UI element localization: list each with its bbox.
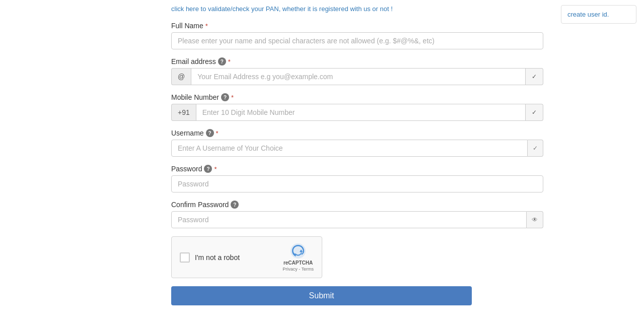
sidebar-box: create user id. (561, 5, 636, 24)
password-label: Password ? * (171, 165, 543, 173)
mobile-check-button[interactable]: ✓ (526, 104, 543, 121)
mobile-required: * (231, 94, 234, 101)
confirm-password-toggle-button[interactable]: 👁 (527, 211, 543, 228)
recaptcha-links-text: Privacy - Terms (282, 267, 314, 272)
captcha-group: I'm not a robot reCAPTCHA Privacy - Term… (171, 236, 543, 278)
password-group: Password ? * (171, 165, 543, 192)
confirm-password-label: Confirm Password ? (171, 201, 543, 209)
email-group: Email address ? * @ ✓ (171, 57, 543, 85)
captcha-container: I'm not a robot reCAPTCHA Privacy - Term… (171, 236, 322, 278)
pan-validate-link[interactable]: click here to validate/check your PAN, w… (171, 5, 543, 13)
email-btn-group: ✓ (526, 68, 543, 85)
mobile-help-icon[interactable]: ? (221, 93, 229, 101)
mobile-input[interactable] (196, 104, 526, 121)
confirm-password-input-group: 👁 (171, 211, 543, 228)
mobile-group: Mobile Number ? * +91 ✓ (171, 93, 543, 121)
username-group: Username ? * ✓ (171, 129, 543, 157)
recaptcha-logo-icon (290, 243, 306, 259)
mobile-input-group: +91 ✓ (171, 104, 543, 121)
submit-button[interactable]: Submit (171, 286, 472, 305)
sidebar: create user id. (553, 0, 644, 322)
email-help-icon[interactable]: ? (218, 57, 226, 66)
email-check-button[interactable]: ✓ (526, 68, 543, 85)
create-user-id-link[interactable]: create user id. (567, 11, 609, 18)
username-help-icon[interactable]: ? (206, 129, 214, 137)
email-input[interactable] (191, 68, 526, 85)
phone-prefix: +91 (171, 104, 196, 121)
full-name-input[interactable] (171, 32, 543, 49)
password-required: * (214, 165, 217, 173)
full-name-group: Full Name * (171, 22, 543, 49)
confirm-password-group: Confirm Password ? 👁 (171, 201, 543, 228)
password-help-icon[interactable]: ? (204, 165, 212, 173)
email-label: Email address ? * (171, 57, 543, 66)
captcha-checkbox[interactable] (180, 252, 190, 263)
full-name-required: * (205, 22, 208, 30)
username-input-group: ✓ (171, 140, 543, 157)
username-check-button[interactable]: ✓ (528, 140, 543, 157)
email-input-group: @ ✓ (171, 68, 543, 85)
confirm-password-input[interactable] (171, 211, 527, 228)
username-required: * (216, 130, 219, 137)
full-name-label: Full Name * (171, 22, 543, 30)
username-input[interactable] (171, 140, 528, 157)
email-required: * (228, 58, 231, 66)
mobile-label: Mobile Number ? * (171, 93, 543, 101)
username-label: Username ? * (171, 129, 543, 137)
email-at-symbol: @ (171, 68, 191, 85)
captcha-right: reCAPTCHA Privacy - Terms (282, 243, 314, 272)
recaptcha-brand-text: reCAPTCHA (283, 260, 313, 266)
password-input[interactable] (171, 175, 543, 192)
captcha-left: I'm not a robot (180, 252, 240, 263)
captcha-label: I'm not a robot (195, 253, 240, 262)
confirm-password-help-icon[interactable]: ? (231, 201, 239, 209)
mobile-btn-group: ✓ (526, 104, 543, 121)
